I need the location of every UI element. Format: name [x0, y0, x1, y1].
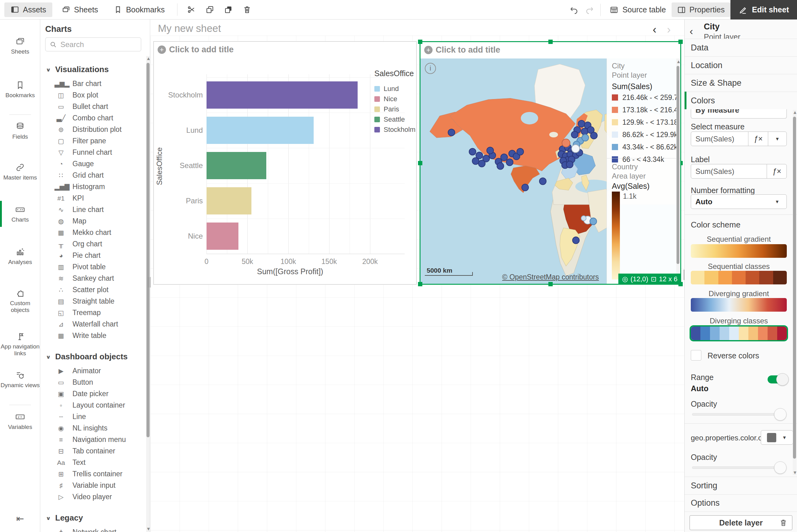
city-point[interactable] — [578, 120, 585, 127]
scroll-up-arrow[interactable]: ▲ — [676, 60, 680, 63]
assets-panel-resize-grip[interactable] — [148, 277, 150, 287]
cut-button[interactable] — [184, 2, 199, 17]
map-title-placeholder[interactable]: + Click to add title — [424, 45, 500, 55]
map-object-selected[interactable]: + Click to add title — [420, 41, 681, 285]
paste-button[interactable] — [221, 2, 236, 17]
section-header-dashboard-objects[interactable]: ∨Dashboard objects — [40, 349, 146, 365]
city-point[interactable] — [566, 161, 573, 168]
asset-item-layout-container[interactable]: ▫Layout container — [40, 400, 146, 411]
accordion-location[interactable]: Location — [685, 56, 797, 74]
asset-item-kpi[interactable]: #1KPI — [40, 192, 146, 204]
next-sheet-arrow[interactable]: › — [667, 23, 671, 36]
asset-item-filter-pane[interactable]: ▢Filter pane — [40, 135, 146, 147]
city-point[interactable] — [487, 147, 494, 154]
city-point[interactable] — [562, 139, 570, 147]
bar-seattle[interactable] — [206, 152, 266, 179]
rail-item-variables[interactable]: x = Variables — [0, 412, 40, 431]
tab-bookmarks[interactable]: Bookmarks — [108, 2, 171, 17]
asset-item-write-table[interactable]: ▦Write table — [40, 330, 146, 341]
asset-item-distribution-plot[interactable]: ⊚Distribution plot — [40, 124, 146, 135]
collapse-rail-button[interactable]: ⇤ — [0, 513, 40, 524]
city-point[interactable] — [506, 159, 513, 166]
asset-item-scatter-plot[interactable]: ∴Scatter plot — [40, 284, 146, 296]
diverging-classes-swatch-selected[interactable] — [691, 326, 787, 340]
asset-item-straight-table[interactable]: ▤Straight table — [40, 296, 146, 307]
bar-chart-title-placeholder[interactable]: + Click to add title — [157, 45, 234, 55]
city-point[interactable] — [469, 148, 476, 155]
tab-sheets[interactable]: Sheets — [55, 2, 104, 17]
legend-item-stockholm[interactable]: Stockholm — [374, 125, 414, 135]
bar-lund[interactable] — [206, 117, 314, 144]
asset-item-network-chart[interactable]: ⋔Network chart — [40, 527, 146, 532]
city-point[interactable] — [572, 145, 580, 153]
resize-handle-s[interactable] — [549, 282, 553, 286]
bar-stockholm[interactable] — [206, 81, 358, 109]
previous-sheet-arrow[interactable]: ‹ — [653, 23, 656, 36]
measure-dropdown-button[interactable]: ▼ — [768, 132, 786, 146]
city-point[interactable] — [573, 237, 579, 244]
rail-item-bookmarks[interactable]: Bookmarks — [0, 80, 40, 99]
props-scroll-thumb[interactable] — [793, 117, 796, 459]
city-point[interactable] — [571, 131, 578, 138]
asset-item-line-chart[interactable]: ∿Line chart — [40, 204, 146, 215]
rail-item-dynamic-views[interactable]: Dynamic views — [0, 370, 40, 389]
rail-item-app-navigation-links[interactable]: App navigation links — [0, 331, 40, 357]
city-point[interactable] — [581, 128, 588, 135]
bar-nice[interactable] — [206, 223, 238, 250]
asset-item-combo-chart[interactable]: ▃╱Combo chart — [40, 112, 146, 124]
tab-assets[interactable]: Assets — [4, 2, 52, 17]
section-header-legacy[interactable]: ∨Legacy — [40, 510, 146, 527]
asset-item-pivot-table[interactable]: ▥Pivot table — [40, 261, 146, 273]
outline-opacity-slider[interactable] — [692, 467, 785, 469]
accordion-data[interactable]: Data — [685, 39, 797, 56]
asset-item-date-picker[interactable]: ▣Date picker — [40, 388, 146, 400]
city-point[interactable] — [581, 216, 586, 221]
accordion-colors[interactable]: Colors — [685, 92, 797, 109]
asset-item-bar-chart[interactable]: ▃▆▂Bar chart — [40, 78, 146, 90]
accordion-options[interactable]: Options — [685, 494, 797, 512]
color-mode-dropdown-clipped[interactable]: By measure — [691, 109, 787, 118]
rail-item-analyses[interactable]: Analyses — [0, 247, 40, 266]
asset-item-funnel-chart[interactable]: ▽Funnel chart — [40, 147, 146, 158]
sequential-gradient-swatch[interactable] — [691, 244, 787, 258]
diverging-gradient-swatch[interactable] — [691, 298, 787, 312]
info-icon[interactable]: i — [425, 63, 436, 74]
search-input[interactable] — [60, 40, 132, 49]
label-field[interactable]: Sum(Sales) ƒ× — [691, 164, 787, 178]
accordion-size-shape[interactable]: Size & Shape — [685, 74, 797, 92]
asset-item-box-plot[interactable]: ◫Box plot — [40, 90, 146, 101]
city-point[interactable] — [590, 218, 597, 225]
sequential-classes-swatch[interactable] — [691, 271, 787, 284]
scroll-down-arrow[interactable]: ▼ — [146, 527, 150, 531]
select-measure-field[interactable]: Sum(Sales) ƒ× ▼ — [691, 132, 787, 146]
map-viewport[interactable]: i 5000 km © OpenStreetMap contributors C… — [421, 58, 680, 284]
osm-attribution-link[interactable]: © OpenStreetMap contributors — [498, 273, 603, 281]
asset-item-trellis-container[interactable]: ⊞Trellis container — [40, 468, 146, 480]
source-table-button[interactable]: Source table — [604, 2, 671, 17]
reverse-colors-checkbox[interactable] — [691, 350, 701, 361]
accordion-sorting[interactable]: Sorting — [685, 477, 797, 494]
asset-item-gauge[interactable]: ◔Gauge — [40, 158, 146, 170]
asset-item-tab-container[interactable]: ⊟Tab container — [40, 445, 146, 457]
legend-scrollbar[interactable]: ▲ ▼ — [676, 58, 680, 284]
city-point[interactable] — [522, 184, 529, 191]
back-chevron[interactable]: ‹ — [689, 25, 693, 37]
city-point[interactable] — [478, 160, 485, 167]
resize-handle-w[interactable] — [418, 161, 422, 165]
asset-item-button[interactable]: ▭Button — [40, 377, 146, 388]
section-header-visualizations[interactable]: ∨Visualizations — [40, 62, 146, 78]
city-point[interactable] — [472, 157, 479, 164]
asset-item-navigation-menu[interactable]: ≡Navigation menu — [40, 434, 146, 445]
resize-handle-nw[interactable] — [418, 40, 422, 44]
city-point[interactable] — [501, 154, 507, 160]
asset-item-nl-insights[interactable]: ◉NL insights — [40, 422, 146, 434]
asset-item-sankey-chart[interactable]: ≋Sankey chart — [40, 273, 146, 284]
rail-item-sheets[interactable]: Sheets — [0, 37, 40, 55]
asset-item-mekko-chart[interactable]: ▦Mekko chart — [40, 227, 146, 238]
properties-button[interactable]: Properties — [672, 2, 730, 17]
range-toggle-on[interactable] — [767, 375, 786, 383]
asset-item-bullet-chart[interactable]: ▭Bullet chart — [40, 101, 146, 112]
select-measure-value[interactable]: Sum(Sales) — [691, 132, 748, 146]
city-point[interactable] — [582, 134, 589, 141]
city-point[interactable] — [497, 163, 504, 169]
